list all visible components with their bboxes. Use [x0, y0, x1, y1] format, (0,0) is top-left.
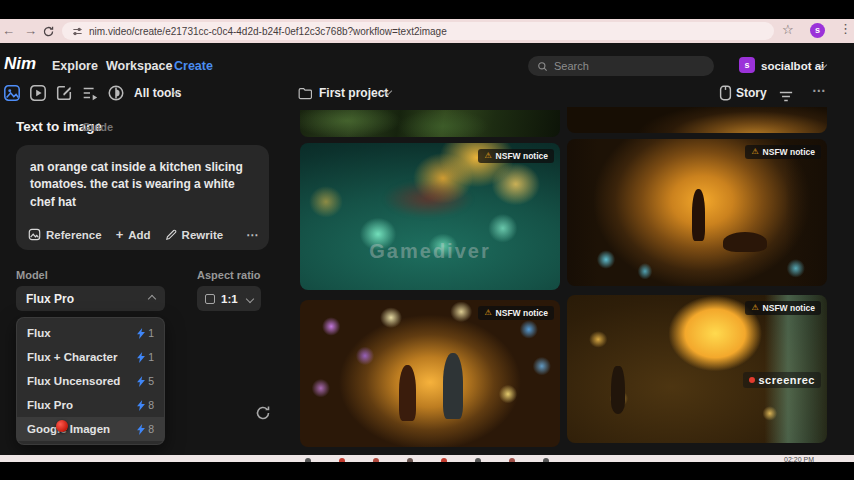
bolt-icon: [137, 376, 145, 387]
taskbar-app-icon[interactable]: [509, 458, 515, 462]
taskbar-app-icon[interactable]: [373, 458, 379, 462]
browser-reload-icon[interactable]: [42, 24, 55, 42]
folder-icon[interactable]: [298, 86, 312, 104]
warning-icon: ⚠: [751, 148, 758, 156]
taskbar-app-icon[interactable]: [475, 458, 481, 462]
figure-silhouette: [399, 365, 416, 421]
browser-back-icon[interactable]: ←: [2, 23, 15, 38]
profile-name[interactable]: socialbot ai: [761, 60, 824, 72]
user-avatar[interactable]: s: [739, 57, 755, 73]
search-icon: [537, 61, 548, 72]
screenrec-watermark: screenrec: [743, 372, 822, 388]
gallery-more-icon[interactable]: ⋯: [812, 82, 826, 98]
model-option-flux-character[interactable]: Flux + Character 1: [17, 345, 164, 369]
prompt-more-icon[interactable]: ⋯: [246, 228, 258, 242]
generated-image-pond[interactable]: Gamediver ⚠ NSFW notice: [300, 143, 560, 290]
watermark-logo: [368, 178, 488, 220]
bolt-icon: [137, 424, 145, 435]
browser-forward-icon[interactable]: →: [24, 23, 37, 38]
model-option-flux-uncensored[interactable]: Flux Uncensored 5: [17, 369, 164, 393]
model-chevron-up-icon: [148, 294, 156, 302]
pencil-icon: [165, 229, 177, 241]
browser-profile-avatar[interactable]: s: [810, 23, 825, 38]
generated-image-big-tree[interactable]: screenrec ⚠ NSFW notice: [567, 295, 827, 443]
nav-create[interactable]: Create: [174, 59, 213, 73]
watermark-text: Gamediver: [369, 240, 490, 263]
nsfw-badge: ⚠ NSFW notice: [745, 145, 821, 159]
figure-silhouette: [611, 366, 625, 414]
taskbar-app-icon[interactable]: [441, 458, 447, 462]
generated-image-forest-turtle[interactable]: ⚠ NSFW notice: [567, 139, 827, 286]
reference-label: Reference: [46, 229, 102, 241]
model-option-flux[interactable]: Flux 1: [17, 321, 164, 345]
browser-toolbar: ← → nim.video/create/e21731cc-c0c4-4d2d-…: [0, 19, 854, 43]
search-box[interactable]: [528, 56, 714, 76]
browser-menu-icon[interactable]: ⋮: [839, 21, 852, 36]
rewrite-label: Rewrite: [182, 229, 224, 241]
nsfw-badge: ⚠ NSFW notice: [478, 306, 554, 320]
search-input[interactable]: [554, 60, 694, 72]
story-button[interactable]: Story: [736, 86, 767, 100]
prompt-card: an orange cat inside a kitchen slicing t…: [16, 145, 269, 250]
image-tool-icon[interactable]: [3, 84, 21, 102]
aspect-ratio-label: Aspect ratio: [197, 269, 261, 281]
taskbar-app-icon[interactable]: [543, 458, 549, 462]
square-ratio-icon: [205, 294, 215, 304]
add-button[interactable]: + Add: [116, 227, 151, 242]
mouse-cursor: [56, 420, 68, 432]
record-dot-icon: [749, 377, 755, 383]
reference-button[interactable]: Reference: [28, 228, 102, 241]
warning-icon: ⚠: [484, 152, 491, 160]
address-bar[interactable]: nim.video/create/e21731cc-c0c4-4d2d-b24f…: [62, 22, 774, 40]
nsfw-badge: ⚠ NSFW notice: [478, 149, 554, 163]
taskbar-clock: 02:20 PM: [784, 456, 814, 462]
story-icon[interactable]: [719, 85, 732, 103]
video-tool-icon[interactable]: [29, 84, 47, 102]
model-dropdown-button[interactable]: Flux Pro: [16, 286, 165, 311]
edit-tool-icon[interactable]: [55, 84, 73, 102]
generated-image-butterflies[interactable]: ⚠ NSFW notice: [300, 300, 560, 447]
bookmark-star-icon[interactable]: ☆: [782, 22, 794, 37]
taskbar-app-icon[interactable]: [407, 458, 413, 462]
bolt-icon: [137, 352, 145, 363]
guide-link[interactable]: Guide: [82, 121, 113, 133]
nav-workspace[interactable]: Workspace: [106, 59, 172, 73]
prompt-input[interactable]: an orange cat inside a kitchen slicing t…: [30, 159, 257, 211]
nsfw-badge: ⚠ NSFW notice: [745, 301, 821, 315]
screen: ← → nim.video/create/e21731cc-c0c4-4d2d-…: [0, 0, 854, 480]
turtle-silhouette: [723, 232, 767, 252]
selected-model: Flux Pro: [26, 292, 149, 306]
plus-icon: +: [116, 227, 124, 242]
model-option-google-imagen[interactable]: Google Imagen 8: [17, 417, 164, 441]
site-settings-icon[interactable]: [72, 26, 83, 37]
model-dropdown-menu: Flux 1 Flux + Character 1 Flux Uncensore…: [16, 317, 165, 445]
generated-image-partial-2[interactable]: [567, 107, 827, 133]
refresh-icon[interactable]: [255, 405, 271, 421]
restyle-tool-icon[interactable]: [107, 84, 125, 102]
url-text[interactable]: nim.video/create/e21731cc-c0c4-4d2d-b24f…: [89, 26, 447, 37]
generated-image-partial-1[interactable]: [300, 110, 560, 137]
add-label: Add: [128, 229, 150, 241]
aspect-ratio-value: 1:1: [221, 293, 241, 305]
reference-image-icon: [28, 228, 41, 241]
nav-explore[interactable]: Explore: [52, 59, 98, 73]
warning-icon: ⚠: [484, 309, 491, 317]
figure-silhouette: [443, 353, 463, 419]
filter-icon[interactable]: [779, 88, 797, 106]
figure-silhouette: [692, 189, 705, 241]
prompt-actions: Reference + Add Rewrite ⋯: [28, 227, 258, 242]
rewrite-button[interactable]: Rewrite: [165, 229, 224, 241]
nim-logo[interactable]: Nim: [4, 54, 36, 74]
taskbar-app-icon[interactable]: [305, 458, 311, 462]
taskbar-sliver: 02:20 PM: [0, 455, 854, 462]
aspect-chevron-icon: [246, 294, 254, 302]
model-option-flux-pro[interactable]: Flux Pro 8: [17, 393, 164, 417]
warning-icon: ⚠: [751, 304, 758, 312]
model-label: Model: [16, 269, 48, 281]
aspect-ratio-button[interactable]: 1:1: [197, 286, 261, 311]
bolt-icon: [137, 328, 145, 339]
taskbar-app-icon[interactable]: [339, 458, 345, 462]
bolt-icon: [137, 400, 145, 411]
sequence-tool-icon[interactable]: [81, 84, 99, 102]
project-selector[interactable]: First project: [319, 86, 388, 100]
